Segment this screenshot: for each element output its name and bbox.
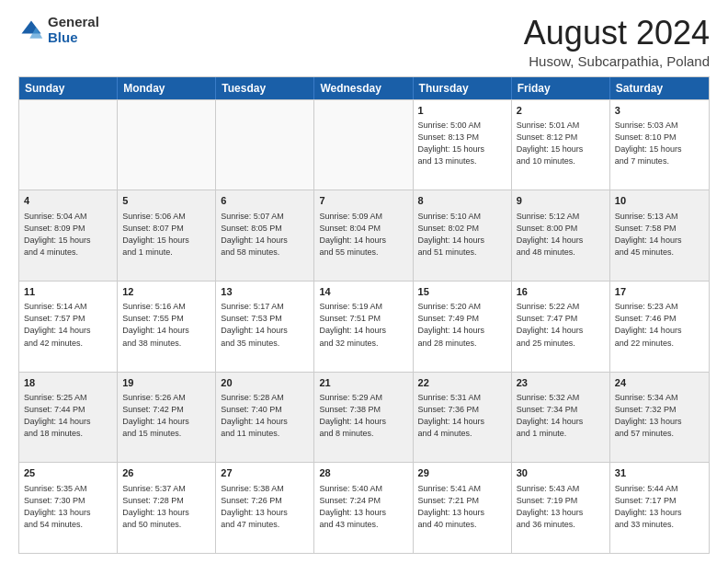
header: General Blue August 2024 Husow, Subcarpa… bbox=[18, 15, 710, 69]
day-number: 25 bbox=[24, 466, 112, 480]
day-info: Sunrise: 5:32 AMSunset: 7:34 PMDaylight:… bbox=[517, 392, 605, 440]
day-number: 17 bbox=[615, 285, 704, 299]
cal-cell-13: 13Sunrise: 5:17 AMSunset: 7:53 PMDayligh… bbox=[216, 282, 314, 372]
day-info: Sunrise: 5:26 AMSunset: 7:42 PMDaylight:… bbox=[122, 392, 210, 440]
day-info: Sunrise: 5:10 AMSunset: 8:02 PMDaylight:… bbox=[418, 211, 506, 259]
title-block: August 2024 Husow, Subcarpathia, Poland bbox=[524, 15, 710, 69]
day-number: 12 bbox=[122, 285, 210, 299]
cal-cell-16: 16Sunrise: 5:22 AMSunset: 7:47 PMDayligh… bbox=[512, 282, 610, 372]
day-info: Sunrise: 5:19 AMSunset: 7:51 PMDaylight:… bbox=[319, 301, 407, 349]
cal-cell-28: 28Sunrise: 5:40 AMSunset: 7:24 PMDayligh… bbox=[314, 463, 413, 553]
day-info: Sunrise: 5:03 AMSunset: 8:10 PMDaylight:… bbox=[615, 120, 704, 167]
day-info: Sunrise: 5:38 AMSunset: 7:26 PMDaylight:… bbox=[221, 483, 309, 531]
day-info: Sunrise: 5:28 AMSunset: 7:40 PMDaylight:… bbox=[221, 392, 309, 440]
day-number: 13 bbox=[221, 285, 309, 299]
calendar-body: 1Sunrise: 5:00 AMSunset: 8:13 PMDaylight… bbox=[19, 99, 709, 553]
cal-cell-26: 26Sunrise: 5:37 AMSunset: 7:28 PMDayligh… bbox=[118, 463, 216, 553]
day-info: Sunrise: 5:12 AMSunset: 8:00 PMDaylight:… bbox=[517, 211, 605, 259]
day-number: 2 bbox=[517, 104, 605, 118]
cal-cell-empty-0-1 bbox=[118, 100, 216, 190]
day-info: Sunrise: 5:14 AMSunset: 7:57 PMDaylight:… bbox=[24, 301, 112, 349]
day-number: 5 bbox=[122, 194, 210, 208]
day-number: 29 bbox=[418, 466, 506, 480]
calendar-row-4: 25Sunrise: 5:35 AMSunset: 7:30 PMDayligh… bbox=[19, 462, 709, 553]
logo-icon bbox=[18, 17, 44, 43]
day-number: 27 bbox=[221, 466, 309, 480]
cal-cell-12: 12Sunrise: 5:16 AMSunset: 7:55 PMDayligh… bbox=[118, 282, 216, 372]
cal-cell-2: 2Sunrise: 5:01 AMSunset: 8:12 PMDaylight… bbox=[512, 100, 610, 190]
day-info: Sunrise: 5:43 AMSunset: 7:19 PMDaylight:… bbox=[517, 483, 605, 531]
day-number: 16 bbox=[517, 285, 605, 299]
day-info: Sunrise: 5:35 AMSunset: 7:30 PMDaylight:… bbox=[24, 483, 112, 531]
cal-cell-23: 23Sunrise: 5:32 AMSunset: 7:34 PMDayligh… bbox=[512, 373, 610, 463]
day-info: Sunrise: 5:40 AMSunset: 7:24 PMDaylight:… bbox=[319, 483, 407, 531]
cal-cell-25: 25Sunrise: 5:35 AMSunset: 7:30 PMDayligh… bbox=[19, 463, 118, 553]
cal-cell-18: 18Sunrise: 5:25 AMSunset: 7:44 PMDayligh… bbox=[19, 373, 118, 463]
calendar: SundayMondayTuesdayWednesdayThursdayFrid… bbox=[18, 76, 710, 554]
cal-cell-8: 8Sunrise: 5:10 AMSunset: 8:02 PMDaylight… bbox=[414, 190, 512, 281]
day-number: 4 bbox=[24, 194, 112, 208]
header-day-saturday: Saturday bbox=[610, 77, 709, 99]
cal-cell-11: 11Sunrise: 5:14 AMSunset: 7:57 PMDayligh… bbox=[19, 282, 118, 372]
day-info: Sunrise: 5:04 AMSunset: 8:09 PMDaylight:… bbox=[24, 211, 112, 259]
day-number: 22 bbox=[418, 376, 506, 390]
cal-cell-5: 5Sunrise: 5:06 AMSunset: 8:07 PMDaylight… bbox=[118, 190, 216, 281]
day-number: 3 bbox=[615, 104, 704, 118]
cal-cell-empty-0-2 bbox=[216, 100, 314, 190]
header-day-thursday: Thursday bbox=[414, 77, 512, 99]
day-info: Sunrise: 5:13 AMSunset: 7:58 PMDaylight:… bbox=[615, 211, 704, 259]
logo: General Blue bbox=[18, 15, 99, 45]
day-number: 30 bbox=[517, 466, 605, 480]
cal-cell-4: 4Sunrise: 5:04 AMSunset: 8:09 PMDaylight… bbox=[19, 190, 118, 281]
day-number: 31 bbox=[615, 466, 704, 480]
cal-cell-31: 31Sunrise: 5:44 AMSunset: 7:17 PMDayligh… bbox=[610, 463, 709, 553]
header-day-wednesday: Wednesday bbox=[314, 77, 413, 99]
day-info: Sunrise: 5:20 AMSunset: 7:49 PMDaylight:… bbox=[418, 301, 506, 349]
day-info: Sunrise: 5:25 AMSunset: 7:44 PMDaylight:… bbox=[24, 392, 112, 440]
cal-cell-3: 3Sunrise: 5:03 AMSunset: 8:10 PMDaylight… bbox=[610, 100, 709, 190]
day-number: 8 bbox=[418, 194, 506, 208]
header-day-friday: Friday bbox=[512, 77, 610, 99]
cal-cell-7: 7Sunrise: 5:09 AMSunset: 8:04 PMDaylight… bbox=[314, 190, 413, 281]
cal-cell-empty-0-3 bbox=[314, 100, 413, 190]
day-info: Sunrise: 5:44 AMSunset: 7:17 PMDaylight:… bbox=[615, 483, 704, 531]
cal-cell-10: 10Sunrise: 5:13 AMSunset: 7:58 PMDayligh… bbox=[610, 190, 709, 281]
day-number: 18 bbox=[24, 376, 112, 390]
cal-cell-22: 22Sunrise: 5:31 AMSunset: 7:36 PMDayligh… bbox=[414, 373, 512, 463]
logo-text: General Blue bbox=[48, 15, 99, 45]
cal-cell-17: 17Sunrise: 5:23 AMSunset: 7:46 PMDayligh… bbox=[610, 282, 709, 372]
cal-cell-30: 30Sunrise: 5:43 AMSunset: 7:19 PMDayligh… bbox=[512, 463, 610, 553]
calendar-header: SundayMondayTuesdayWednesdayThursdayFrid… bbox=[19, 77, 709, 99]
day-info: Sunrise: 5:16 AMSunset: 7:55 PMDaylight:… bbox=[122, 301, 210, 349]
day-number: 10 bbox=[615, 194, 704, 208]
day-info: Sunrise: 5:17 AMSunset: 7:53 PMDaylight:… bbox=[221, 301, 309, 349]
calendar-subtitle: Husow, Subcarpathia, Poland bbox=[524, 53, 710, 69]
cal-cell-27: 27Sunrise: 5:38 AMSunset: 7:26 PMDayligh… bbox=[216, 463, 314, 553]
day-info: Sunrise: 5:22 AMSunset: 7:47 PMDaylight:… bbox=[517, 301, 605, 349]
day-number: 15 bbox=[418, 285, 506, 299]
day-info: Sunrise: 5:34 AMSunset: 7:32 PMDaylight:… bbox=[615, 392, 704, 440]
day-number: 26 bbox=[122, 466, 210, 480]
day-number: 14 bbox=[319, 285, 407, 299]
cal-cell-29: 29Sunrise: 5:41 AMSunset: 7:21 PMDayligh… bbox=[414, 463, 512, 553]
day-number: 11 bbox=[24, 285, 112, 299]
day-info: Sunrise: 5:06 AMSunset: 8:07 PMDaylight:… bbox=[122, 211, 210, 259]
calendar-row-0: 1Sunrise: 5:00 AMSunset: 8:13 PMDaylight… bbox=[19, 99, 709, 190]
day-number: 20 bbox=[221, 376, 309, 390]
calendar-row-3: 18Sunrise: 5:25 AMSunset: 7:44 PMDayligh… bbox=[19, 372, 709, 463]
cal-cell-19: 19Sunrise: 5:26 AMSunset: 7:42 PMDayligh… bbox=[118, 373, 216, 463]
calendar-row-2: 11Sunrise: 5:14 AMSunset: 7:57 PMDayligh… bbox=[19, 281, 709, 372]
cal-cell-6: 6Sunrise: 5:07 AMSunset: 8:05 PMDaylight… bbox=[216, 190, 314, 281]
header-day-tuesday: Tuesday bbox=[216, 77, 314, 99]
cal-cell-15: 15Sunrise: 5:20 AMSunset: 7:49 PMDayligh… bbox=[414, 282, 512, 372]
page: General Blue August 2024 Husow, Subcarpa… bbox=[0, 0, 728, 563]
day-number: 6 bbox=[221, 194, 309, 208]
cal-cell-empty-0-0 bbox=[19, 100, 118, 190]
cal-cell-1: 1Sunrise: 5:00 AMSunset: 8:13 PMDaylight… bbox=[414, 100, 512, 190]
day-info: Sunrise: 5:41 AMSunset: 7:21 PMDaylight:… bbox=[418, 483, 506, 531]
cal-cell-9: 9Sunrise: 5:12 AMSunset: 8:00 PMDaylight… bbox=[512, 190, 610, 281]
day-number: 1 bbox=[418, 104, 506, 118]
day-number: 28 bbox=[319, 466, 407, 480]
day-info: Sunrise: 5:23 AMSunset: 7:46 PMDaylight:… bbox=[615, 301, 704, 349]
day-number: 9 bbox=[517, 194, 605, 208]
